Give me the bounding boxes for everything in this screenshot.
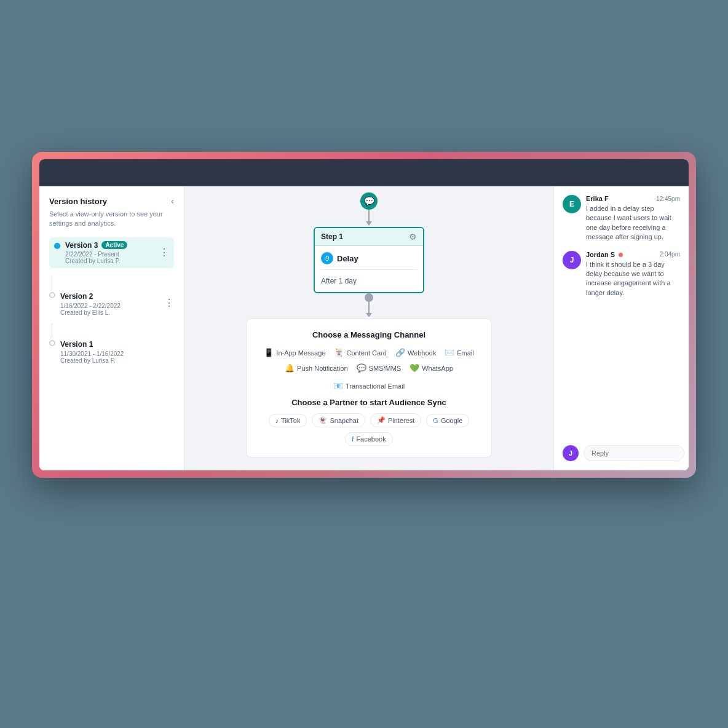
channel-item-sms[interactable]: 💬 SMS/MMS [357, 363, 402, 373]
version-dates-v3: 2/22/2022 - Present [65, 251, 127, 258]
delay-icon: ⏱ [321, 252, 333, 264]
sidebar-title: Version history [49, 197, 107, 206]
version-label-v1: Version 1 [60, 340, 93, 349]
version-menu-v3[interactable]: ⋮ [159, 248, 169, 258]
partner-row: ♪ TikTok 👻 Snapchat 📌 Pinterest [259, 413, 479, 446]
arrow-line [368, 302, 370, 313]
inapp-label: In-App Message [276, 349, 325, 357]
sms-icon: 💬 [357, 363, 366, 373]
channel-title: Choose a Messaging Channel [259, 330, 479, 339]
partner-google[interactable]: G Google [426, 414, 469, 427]
step-card[interactable]: Step 1 ⚙ ⏱ Delay After 1 day [314, 227, 424, 293]
commenter-name-erika: Erika F [586, 195, 609, 202]
contentcard-label: Content Card [346, 349, 386, 357]
delay-row: ⏱ Delay [321, 252, 417, 270]
comment-body-jordan: Jordan S 2:04pm I think it should be a 3… [586, 251, 680, 298]
pinterest-label: Pinterest [388, 417, 414, 424]
commenter-name-jordan: Jordan S [586, 251, 623, 258]
partner-snapchat[interactable]: 👻 Snapchat [312, 413, 365, 427]
step-card-header: Step 1 ⚙ [315, 228, 423, 246]
pinterest-icon: 📌 [377, 416, 386, 424]
canvas-inner: 💬 Step 1 ⚙ ⏱ [240, 192, 498, 457]
avatar-reply: J [563, 445, 579, 461]
sidebar-header: Version history ‹ [49, 196, 174, 206]
reply-row: J ➤ [563, 445, 680, 462]
push-icon: 🔔 [285, 363, 295, 373]
version-menu-v2[interactable]: ⋮ [164, 298, 174, 308]
comments-panel: E Erika F 12:45pm I added in a delay ste… [553, 186, 689, 470]
comment-header-jordan: Jordan S 2:04pm [586, 251, 680, 258]
version-label-v2: Version 2 [60, 292, 93, 301]
version-item-v2[interactable]: Version 2 1/16/2022 - 2/22/2022 Created … [49, 290, 174, 316]
channel-card: Choose a Messaging Channel 📱 In-App Mess… [246, 318, 492, 457]
arrow-tip [366, 313, 372, 317]
snapchat-icon: 👻 [318, 416, 327, 424]
gear-icon[interactable]: ⚙ [409, 232, 417, 242]
step-label: Step 1 [321, 232, 343, 241]
channel-item-webhook[interactable]: 🔗 Webhook [395, 348, 436, 357]
channel-item-contentcard[interactable]: 🃏 Content Card [334, 348, 386, 357]
sidebar: Version history ‹ Select a view-only ver… [39, 186, 184, 470]
channel-item-push[interactable]: 🔔 Push Notification [285, 363, 348, 373]
reply-input[interactable] [584, 445, 684, 461]
email-label: Email [457, 349, 474, 357]
partner-tiktok[interactable]: ♪ TikTok [269, 414, 307, 427]
version-creator-v2: Created by Ellis L. [60, 309, 121, 316]
partner-pinterest[interactable]: 📌 Pinterest [370, 413, 421, 427]
transactional-icon: 📧 [333, 381, 343, 390]
version-item-v3[interactable]: Version 3 Active 2/22/2022 - Present Cre… [49, 237, 174, 268]
tiktok-label: TikTok [281, 417, 300, 424]
version-dot-v2 [49, 292, 55, 298]
sidebar-description: Select a view-only version to see your s… [49, 210, 174, 229]
comment-time-jordan: 2:04pm [660, 251, 680, 258]
facebook-label: Facebook [356, 435, 386, 443]
version-dates-v1: 11/30/2021 - 1/16/2022 [60, 350, 124, 357]
google-label: Google [441, 417, 462, 424]
outer-frame: Version history ‹ Select a view-only ver… [32, 152, 696, 478]
version-connector-2 [52, 323, 52, 338]
comment-erika: E Erika F 12:45pm I added in a delay ste… [563, 195, 680, 242]
connector-group [365, 293, 373, 317]
channel-row-1: 📱 In-App Message 🃏 Content Card 🔗 Webhoo… [259, 348, 479, 357]
tiktok-icon: ♪ [275, 417, 279, 424]
channel-item-whatsapp[interactable]: 💚 WhatsApp [410, 363, 453, 373]
channel-row-2: 🔔 Push Notification 💬 SMS/MMS 💚 WhatsApp [259, 363, 479, 390]
step-card-body: ⏱ Delay After 1 day [315, 246, 423, 292]
webhook-label: Webhook [408, 349, 436, 357]
contentcard-icon: 🃏 [334, 348, 344, 357]
version-item-v1[interactable]: Version 1 11/30/2021 - 1/16/2022 Created… [49, 338, 174, 364]
transactional-label: Transactional Email [346, 382, 405, 390]
snapchat-label: Snapchat [330, 417, 358, 424]
partner-facebook[interactable]: f Facebook [345, 432, 392, 446]
comment-text-erika: I added in a delay step because I want u… [586, 204, 680, 242]
version-connector-1 [52, 275, 52, 290]
channel-item-inapp[interactable]: 📱 In-App Message [264, 348, 325, 357]
whatsapp-label: WhatsApp [422, 365, 453, 372]
delay-text: Delay [337, 254, 358, 263]
version-dot-v1 [49, 340, 55, 346]
email-icon: ✉️ [445, 348, 454, 357]
avatar-erika: E [563, 195, 581, 213]
channel-item-email[interactable]: ✉️ Email [445, 348, 474, 357]
version-dates-v2: 1/16/2022 - 2/22/2022 [60, 303, 121, 309]
sms-label: SMS/MMS [369, 365, 402, 372]
version-creator-v1: Created by Lurisa P. [60, 357, 124, 364]
main-content: Version history ‹ Select a view-only ver… [39, 186, 689, 470]
version-dot-v3 [54, 243, 60, 249]
comment-jordan: J Jordan S 2:04pm I think it should be a… [563, 251, 680, 298]
google-icon: G [433, 417, 438, 424]
chat-bubble-icon: 💬 [360, 192, 378, 210]
connector-dot [365, 293, 373, 302]
inapp-icon: 📱 [264, 348, 274, 357]
comment-body-erika: Erika F 12:45pm I added in a delay step … [586, 195, 680, 242]
channel-item-transactional[interactable]: 📧 Transactional Email [333, 381, 405, 390]
collapse-button[interactable]: ‹ [171, 196, 174, 206]
comment-time-erika: 12:45pm [656, 196, 680, 202]
online-indicator [619, 253, 623, 257]
arrow-down-1 [368, 210, 370, 222]
push-label: Push Notification [297, 365, 348, 372]
whatsapp-icon: 💚 [410, 363, 419, 373]
canvas-area: 💬 Step 1 ⚙ ⏱ [184, 186, 553, 470]
version-label-v3: Version 3 [65, 241, 98, 250]
facebook-icon: f [352, 435, 354, 443]
